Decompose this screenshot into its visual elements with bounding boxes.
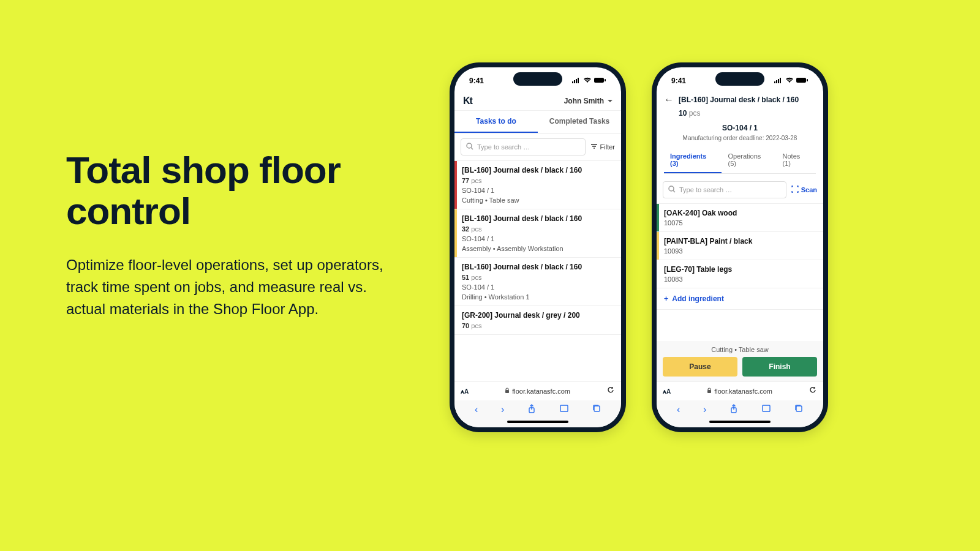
app-logo: Kt	[463, 96, 472, 107]
ingredient-row[interactable]: [OAK-240] Oak wood10075	[657, 204, 823, 232]
browser-toolbar: ‹ ›	[454, 400, 621, 416]
filter-button[interactable]: Filter	[590, 138, 615, 156]
reload-button[interactable]	[606, 386, 615, 397]
ingredient-row[interactable]: [PAINT-BLA] Paint / black10093	[657, 232, 823, 260]
search-icon	[668, 186, 676, 194]
tab-completed[interactable]: Completed Tasks	[538, 111, 621, 133]
subtab-notes[interactable]: Notes (1)	[777, 148, 816, 173]
status-stripe	[454, 306, 457, 334]
url-text: floor.katanasfc.com	[473, 388, 601, 395]
svg-rect-11	[505, 390, 509, 393]
wifi-icon	[583, 77, 592, 85]
detail-deadline: Manufacturing order deadline: 2022-03-28	[664, 135, 816, 141]
nav-back-icon[interactable]: ‹	[677, 404, 680, 416]
nav-forward-icon[interactable]: ›	[703, 404, 706, 416]
ingredient-list: [OAK-240] Oak wood10075[PAINT-BLA] Paint…	[657, 204, 823, 288]
svg-rect-4	[594, 78, 604, 83]
ingredient-row[interactable]: [LEG-70] Table legs10083	[657, 260, 823, 288]
action-buttons: Pause Finish	[657, 357, 823, 381]
search-row: Type to search … Filter	[454, 133, 621, 161]
task-op: Assembly • Assembly Workstation	[462, 245, 615, 252]
task-so: SO-104 / 1	[462, 283, 615, 291]
add-ingredient-button[interactable]: + Add ingredient	[657, 288, 823, 310]
filter-label: Filter	[600, 143, 615, 151]
task-title: [BL-160] Journal desk / black / 160	[462, 214, 615, 223]
app-header: Kt John Smith	[454, 89, 621, 111]
bookmarks-icon[interactable]	[761, 404, 771, 416]
subtab-ingredients[interactable]: Ingredients (3)	[664, 148, 722, 173]
tabs: Tasks to do Completed Tasks	[454, 111, 621, 133]
svg-rect-20	[796, 78, 806, 83]
hero-title: Total shop floor control	[66, 150, 397, 232]
svg-rect-17	[776, 80, 777, 83]
nav-forward-icon[interactable]: ›	[501, 404, 504, 416]
notch	[513, 72, 562, 86]
text-size-button[interactable]: ᴀA	[461, 388, 469, 395]
task-row[interactable]: [BL-160] Journal desk / black / 16051 pc…	[454, 258, 621, 306]
svg-rect-19	[780, 78, 781, 83]
svg-point-6	[467, 143, 472, 148]
task-row[interactable]: [GR-200] Journal desk / grey / 20070 pcs	[454, 306, 621, 335]
tabs-icon[interactable]	[592, 404, 601, 416]
svg-line-23	[673, 190, 675, 192]
current-operation: Cutting • Table saw	[657, 341, 823, 357]
status-stripe	[454, 209, 457, 257]
svg-rect-2	[576, 79, 577, 83]
svg-rect-21	[807, 79, 808, 81]
lock-icon	[707, 388, 712, 395]
ingredient-code: 10083	[664, 276, 817, 283]
bookmarks-icon[interactable]	[559, 404, 569, 416]
ingredient-name: [PAINT-BLA] Paint / black	[664, 237, 817, 246]
task-row[interactable]: [BL-160] Journal desk / black / 16077 pc…	[454, 161, 621, 209]
svg-rect-1	[574, 80, 575, 83]
user-menu[interactable]: John Smith	[564, 97, 612, 105]
share-icon[interactable]	[527, 404, 536, 416]
nav-back-icon[interactable]: ‹	[475, 404, 478, 416]
detail-title: [BL-160] Journal desk / black / 160	[679, 96, 816, 104]
status-stripe	[657, 204, 659, 231]
tab-tasks-todo[interactable]: Tasks to do	[454, 111, 538, 133]
signal-icon	[774, 77, 783, 85]
wifi-icon	[785, 77, 794, 85]
search-row: Type to search … Scan	[657, 176, 823, 204]
svg-line-7	[471, 148, 473, 149]
status-time: 9:41	[469, 77, 484, 85]
svg-rect-16	[774, 81, 775, 83]
pause-button[interactable]: Pause	[663, 357, 737, 377]
text-size-button[interactable]: ᴀA	[663, 388, 671, 395]
share-icon[interactable]	[729, 404, 738, 416]
subtabs: Ingredients (3) Operations (5) Notes (1)	[664, 148, 816, 174]
status-bar: 9:41	[454, 67, 621, 89]
ingredient-code: 10075	[664, 219, 817, 227]
hero-block: Total shop floor control Optimize floor-…	[66, 150, 397, 320]
finish-button[interactable]: Finish	[742, 357, 817, 377]
task-title: [BL-160] Journal desk / black / 160	[462, 166, 615, 174]
reload-button[interactable]	[809, 386, 817, 397]
plus-icon: +	[664, 294, 668, 303]
detail-so: SO-104 / 1	[664, 124, 816, 132]
task-qty: 32 pcs	[462, 225, 615, 233]
scan-button[interactable]: Scan	[791, 186, 817, 194]
ingredient-name: [OAK-240] Oak wood	[664, 209, 817, 217]
task-qty: 77 pcs	[462, 177, 615, 184]
browser-toolbar: ‹ ›	[657, 400, 823, 416]
ingredient-code: 10093	[664, 247, 817, 255]
back-button[interactable]: ←	[664, 94, 674, 105]
status-time: 9:41	[671, 77, 686, 85]
subtab-operations[interactable]: Operations (5)	[722, 148, 776, 173]
task-so: SO-104 / 1	[462, 235, 615, 242]
home-indicator	[657, 416, 823, 427]
search-input[interactable]: Type to search …	[461, 138, 586, 156]
detail-qty: 10 pcs	[679, 109, 816, 118]
status-stripe	[454, 161, 457, 209]
scan-label: Scan	[801, 186, 817, 193]
home-indicator	[454, 416, 621, 427]
chevron-down-icon	[608, 97, 612, 105]
battery-icon	[594, 77, 606, 85]
tabs-icon[interactable]	[794, 404, 803, 416]
search-placeholder: Type to search …	[679, 186, 732, 193]
scan-icon	[791, 186, 799, 194]
hero-body: Optimize floor-level operations, set up …	[66, 254, 397, 320]
task-row[interactable]: [BL-160] Journal desk / black / 16032 pc…	[454, 209, 621, 258]
search-input[interactable]: Type to search …	[663, 181, 786, 198]
